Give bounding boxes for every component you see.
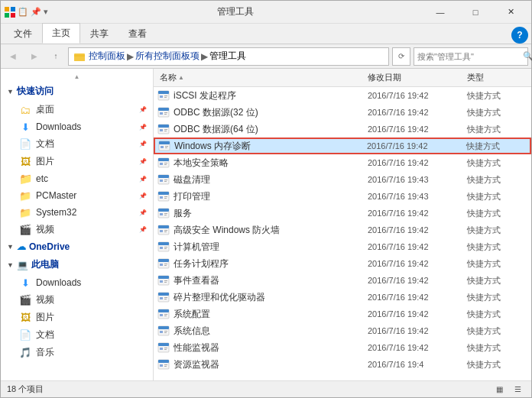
search-box[interactable]: 🔍 [414,47,528,66]
svg-rect-79 [164,331,167,332]
forward-button[interactable]: ▶ [25,47,44,66]
tab-share[interactable]: 共享 [80,24,118,44]
tab-home[interactable]: 主页 [42,23,80,44]
tab-file[interactable]: 文件 [4,24,42,44]
svg-rect-13 [160,112,163,115]
table-row[interactable]: 计算机管理 2016/7/16 19:42 快捷方式 [154,238,531,255]
sidebar-item-pics-quick[interactable]: 🖼 图片 📌 [1,153,153,170]
svg-rect-58 [160,264,163,266]
table-row[interactable]: iSCSI 发起程序 2016/7/16 19:42 快捷方式 [154,87,531,104]
file-name: ODBC 数据源(32 位) [174,106,368,119]
file-name: 服务 [174,207,368,220]
table-row[interactable]: 磁盘清理 2016/7/16 19:43 快捷方式 [154,171,531,188]
table-row[interactable]: 打印管理 2016/7/16 19:43 快捷方式 [154,188,531,205]
sidebar-item-video-computer[interactable]: 🎬 视频 [1,291,153,309]
table-row[interactable]: 系统配置 2016/7/16 19:42 快捷方式 [154,306,531,322]
col-header-date[interactable]: 修改日期 [368,73,401,82]
svg-rect-38 [160,196,163,199]
video-icon-q: 🎬 [19,224,31,236]
file-icon [157,257,170,270]
sidebar-item-docs-quick[interactable]: 📄 文档 📌 [1,135,153,153]
search-icon: 🔍 [523,51,532,61]
file-date: 2016/7/16 19:42 [368,276,467,285]
table-row[interactable]: 事件查看器 2016/7/16 19:42 快捷方式 [154,272,531,289]
file-type: 快捷方式 [467,157,528,169]
file-name: 磁盘清理 [174,173,368,186]
file-name: 系统信息 [174,325,368,338]
file-explorer-window: 📋 📌 ▾ 管理工具 — □ ✕ 文件 主页 共享 查看 ? ◀ ▶ ↑ [0,0,532,398]
sidebar-scroll-up[interactable]: ▲ [1,72,153,82]
svg-rect-3 [11,13,15,18]
sidebar-item-video-quick[interactable]: 🎬 视频 📌 [1,221,153,238]
table-row[interactable]: ODBC 数据源(32 位) 2016/7/16 19:42 快捷方式 [154,104,531,121]
table-row[interactable]: 性能监视器 2016/7/16 19:42 快捷方式 [154,339,531,356]
file-name: 任务计划程序 [174,257,368,270]
svg-rect-69 [164,297,167,298]
file-icon [157,122,170,136]
sidebar-item-label-downloads-q: Downloads [36,121,81,132]
sort-arrow: ▲ [178,74,184,81]
up-button[interactable]: ↑ [47,47,65,66]
file-date: 2016/7/16 19:42 [368,91,467,100]
svg-rect-22 [159,141,170,144]
sidebar-item-music-computer[interactable]: 🎵 音乐 [1,344,153,361]
svg-rect-55 [164,248,167,249]
file-icon [157,105,170,119]
path-sep-1: ▶ [127,51,134,62]
table-row[interactable]: 任务计划程序 2016/7/16 19:42 快捷方式 [154,255,531,272]
sidebar-computer-header[interactable]: ▼ 💻 此电脑 [1,255,153,274]
sidebar-item-label-pics-q: 图片 [36,155,54,168]
search-input[interactable] [417,52,523,61]
file-name: 资源监视器 [174,358,368,371]
sidebar-item-pcmaster[interactable]: 📁 PCMaster 📌 [1,187,153,204]
quick-access-label: 快速访问 [17,85,54,98]
table-row[interactable]: 系统信息 2016/7/16 19:42 快捷方式 [154,322,531,339]
sidebar-item-system32[interactable]: 📁 System32 📌 [1,204,153,221]
pin-icon-7: 📌 [139,209,147,216]
sidebar-item-pics-computer[interactable]: 🖼 图片 [1,309,153,326]
table-row[interactable]: 服务 2016/7/16 19:42 快捷方式 [154,205,531,222]
file-icon [157,290,170,304]
file-name: 计算机管理 [174,241,368,254]
path-part-3: 管理工具 [209,50,246,63]
sidebar-onedrive-header[interactable]: ▼ ☁ OneDrive [1,238,153,255]
col-header-name[interactable]: 名称 [160,72,177,83]
table-row[interactable]: 资源监视器 2016/7/16 19:4 快捷方式 [154,356,531,373]
svg-rect-84 [164,348,167,348]
maximize-button[interactable]: □ [458,1,493,24]
svg-rect-44 [164,213,167,214]
svg-rect-35 [164,181,167,182]
sidebar-item-label-music-c: 音乐 [36,346,54,359]
help-button[interactable]: ? [511,27,528,44]
close-button[interactable]: ✕ [493,1,528,24]
file-name: 本地安全策略 [174,157,368,170]
tab-view[interactable]: 查看 [118,24,157,44]
sidebar-item-downloads-computer[interactable]: ⬇ Downloads [1,274,153,291]
view-large-icons-button[interactable]: ▦ [491,383,507,396]
table-row[interactable]: 高级安全 Windows 防火墙 2016/7/16 19:42 快捷方式 [154,222,531,238]
address-path[interactable]: 控制面板 ▶ 所有控制面板项 ▶ 管理工具 [68,47,389,66]
sidebar-item-etc[interactable]: 📁 etc 📌 [1,170,153,187]
table-row[interactable]: 本地安全策略 2016/7/16 19:42 快捷方式 [154,154,531,171]
file-date: 2016/7/16 19:42 [368,326,467,335]
ribbon-tabs: 文件 主页 共享 查看 ? [1,24,531,44]
view-list-button[interactable]: ☰ [510,383,525,396]
minimize-button[interactable]: — [423,1,458,24]
sidebar-item-docs-computer[interactable]: 📄 文档 [1,326,153,344]
sidebar-item-desktop[interactable]: 🗂 桌面 📌 [1,101,153,118]
refresh-button[interactable]: ⟳ [392,47,410,66]
sidebar-item-downloads-quick[interactable]: ⬇ Downloads 📌 [1,118,153,135]
table-row[interactable]: ODBC 数据源(64 位) 2016/7/16 19:42 快捷方式 [154,121,531,138]
col-header-type[interactable]: 类型 [467,73,484,82]
back-button[interactable]: ◀ [4,47,22,66]
file-name: iSCSI 发起程序 [174,89,368,102]
table-row[interactable]: Windows 内存诊断 2016/7/16 19:42 快捷方式 [154,138,531,154]
svg-rect-73 [160,314,163,316]
onedrive-cloud-icon: ☁ [17,241,26,252]
svg-rect-50 [164,231,167,232]
table-row[interactable]: 碎片整理和优化驱动器 2016/7/16 19:42 快捷方式 [154,289,531,306]
docs-icon-c: 📄 [19,329,31,341]
title-bar: 📋 📌 ▾ 管理工具 — □ ✕ [1,1,531,24]
file-type: 快捷方式 [467,292,528,303]
sidebar-quick-access-header[interactable]: ▼ 快速访问 [1,82,153,101]
